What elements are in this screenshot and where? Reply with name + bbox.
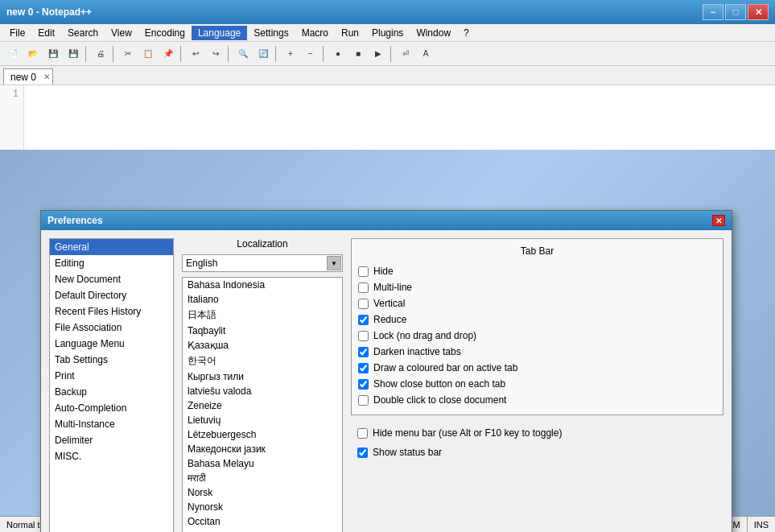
tb-undo[interactable]: ↩: [186, 44, 205, 64]
toolbar: 📄 📂 💾 💾 🖨 ✂ 📋 📌 ↩ ↪ 🔍 🔄 + − ● ■ ▶ ⏎ A: [0, 42, 775, 66]
multiline-label[interactable]: Multi-line: [373, 282, 412, 293]
menu-edit[interactable]: Edit: [31, 26, 61, 40]
menu-language[interactable]: Language: [192, 26, 247, 40]
document-tab-0[interactable]: new 0 ✕: [3, 68, 53, 85]
reduce-checkbox[interactable]: [358, 315, 369, 325]
language-dropdown[interactable]: English: [182, 254, 343, 272]
lock-label[interactable]: Lock (no drag and drop): [373, 330, 476, 341]
menu-encoding[interactable]: Encoding: [138, 26, 192, 40]
category-backup[interactable]: Backup: [50, 384, 173, 400]
tb-new[interactable]: 📄: [3, 44, 23, 64]
hide-checkbox[interactable]: [358, 266, 369, 277]
reduce-label[interactable]: Reduce: [373, 314, 406, 325]
lang-lithuanian[interactable]: Lietuvių: [183, 413, 342, 427]
vertical-checkbox[interactable]: [358, 299, 369, 309]
category-editing[interactable]: Editing: [50, 255, 173, 271]
menu-plugins[interactable]: Plugins: [365, 26, 410, 40]
tb-save[interactable]: 💾: [43, 44, 63, 64]
category-delimiter[interactable]: Delimiter: [50, 432, 173, 448]
window-close-button[interactable]: ✕: [748, 4, 769, 20]
darken-label[interactable]: Darken inactive tabs: [373, 346, 461, 357]
lang-bahasa-indonesia[interactable]: Bahasa Indonesia: [183, 278, 342, 292]
category-file-association[interactable]: File Association: [50, 320, 173, 336]
coloured-label[interactable]: Draw a coloured bar on active tab: [373, 362, 517, 373]
tb-zoom-out[interactable]: −: [301, 44, 320, 64]
lang-nynorsk[interactable]: Nynorsk: [183, 500, 342, 514]
minimize-button[interactable]: −: [703, 4, 723, 20]
tb-wordwrap[interactable]: ⏎: [396, 44, 415, 64]
tb-find[interactable]: 🔍: [233, 44, 253, 64]
lang-italiano[interactable]: Italiano: [183, 292, 342, 307]
darken-checkbox[interactable]: [358, 347, 369, 357]
hide-row: Hide: [358, 263, 716, 279]
hidemenubar-label[interactable]: Hide menu bar (use Alt or F10 key to tog…: [373, 427, 562, 439]
closebutton-checkbox[interactable]: [358, 379, 369, 390]
tb-macro-stop[interactable]: ■: [348, 44, 368, 64]
tb-macro[interactable]: ●: [328, 44, 348, 64]
lang-zeneize[interactable]: Zeneize: [183, 398, 342, 413]
menu-settings[interactable]: Settings: [247, 26, 295, 40]
restore-button[interactable]: □: [725, 4, 746, 20]
tb-cut[interactable]: ✂: [118, 44, 138, 64]
hidemenubar-checkbox[interactable]: [357, 428, 368, 439]
lang-latvian[interactable]: latviešu valoda: [183, 384, 342, 398]
category-language-menu[interactable]: Language Menu: [50, 336, 173, 352]
menu-help[interactable]: ?: [457, 26, 476, 40]
lang-kazakh[interactable]: Қазақша: [183, 338, 342, 353]
reduce-row: Reduce: [358, 311, 716, 328]
lang-occitan[interactable]: Occitan: [183, 514, 342, 529]
tb-replace[interactable]: 🔄: [254, 44, 273, 64]
lang-kyrgyz[interactable]: Кыргыз тили: [183, 369, 342, 384]
multiline-checkbox[interactable]: [358, 282, 369, 293]
tb-saveall[interactable]: 💾: [64, 44, 83, 64]
category-tab-settings[interactable]: Tab Settings: [50, 352, 173, 368]
category-recent-files[interactable]: Recent Files History: [50, 303, 173, 320]
lang-polski[interactable]: Polski: [183, 529, 342, 532]
menu-search[interactable]: Search: [61, 26, 105, 40]
title-bar: new 0 - Notepad++ − □ ✕: [0, 0, 775, 24]
lang-taqbaylit[interactable]: Taqbaylit: [183, 324, 342, 338]
lang-luxembourgish[interactable]: Lëtzebuergesch: [183, 427, 342, 442]
showstatusbar-label[interactable]: Show status bar: [373, 447, 442, 458]
lang-marathi[interactable]: मराठी: [183, 471, 342, 485]
dblclick-label[interactable]: Double click to close document: [373, 394, 506, 406]
tb-open[interactable]: 📂: [23, 44, 43, 64]
tb-syntax[interactable]: A: [416, 44, 435, 64]
tb-paste[interactable]: 📌: [159, 44, 178, 64]
category-multi-instance[interactable]: Multi-Instance: [50, 416, 173, 432]
tab-bar: new 0 ✕: [0, 66, 775, 85]
menu-run[interactable]: Run: [335, 26, 365, 40]
lang-norsk[interactable]: Norsk: [183, 485, 342, 500]
dblclick-checkbox[interactable]: [358, 395, 369, 406]
tb-print[interactable]: 🖨: [91, 44, 110, 64]
category-general[interactable]: General: [50, 239, 173, 255]
tb-copy[interactable]: 📋: [138, 44, 158, 64]
category-default-directory[interactable]: Default Directory: [50, 287, 173, 303]
category-print[interactable]: Print: [50, 368, 173, 384]
tb-redo[interactable]: ↪: [206, 44, 225, 64]
menu-macro[interactable]: Macro: [295, 26, 335, 40]
lang-macedonian[interactable]: Македонски јазик: [183, 442, 342, 456]
lang-japanese[interactable]: 日本語: [183, 307, 342, 324]
dialog-close-button[interactable]: ✕: [712, 215, 725, 226]
lang-korean[interactable]: 한국어: [183, 353, 342, 369]
vertical-label[interactable]: Vertical: [373, 298, 405, 309]
showstatusbar-checkbox[interactable]: [357, 447, 368, 458]
hide-label[interactable]: Hide: [373, 266, 394, 277]
category-new-document[interactable]: New Document: [50, 271, 173, 287]
coloured-checkbox[interactable]: [358, 363, 369, 373]
editor-content[interactable]: [24, 85, 775, 150]
tb-zoom-in[interactable]: +: [281, 44, 300, 64]
lock-checkbox[interactable]: [358, 331, 369, 341]
category-auto-completion[interactable]: Auto-Completion: [50, 400, 173, 416]
menu-view[interactable]: View: [105, 26, 138, 40]
menu-window[interactable]: Window: [410, 26, 457, 40]
tb-macro-play[interactable]: ▶: [369, 44, 388, 64]
dblclick-row: Double click to close document: [358, 392, 716, 408]
menu-file[interactable]: File: [3, 26, 31, 40]
lang-malay[interactable]: Bahasa Melayu: [183, 456, 342, 471]
category-misc[interactable]: MISC.: [50, 448, 173, 464]
tab-close-icon[interactable]: ✕: [43, 72, 50, 81]
closebutton-label[interactable]: Show close button on each tab: [373, 378, 505, 390]
language-list[interactable]: Bahasa Indonesia Italiano 日本語 Taqbaylit …: [182, 277, 343, 532]
